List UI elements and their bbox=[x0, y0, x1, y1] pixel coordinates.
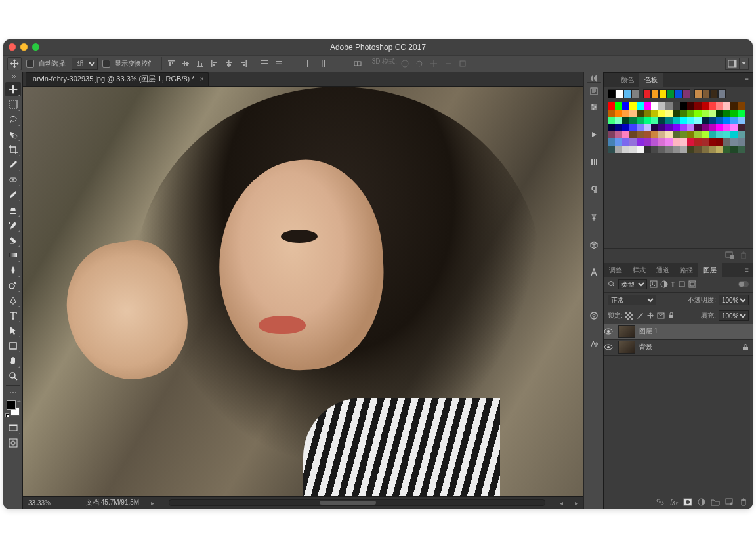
swatch[interactable] bbox=[673, 146, 680, 153]
swatch[interactable] bbox=[716, 146, 723, 153]
swatch[interactable] bbox=[637, 138, 644, 146]
swatch[interactable] bbox=[716, 131, 723, 138]
adjustment-layer-icon[interactable] bbox=[698, 498, 705, 506]
swatch[interactable] bbox=[608, 124, 615, 131]
slide-3d-icon[interactable] bbox=[442, 57, 455, 70]
properties-panel-icon[interactable] bbox=[587, 100, 601, 114]
swatch[interactable] bbox=[622, 124, 629, 131]
swatch[interactable] bbox=[615, 138, 622, 146]
swatch[interactable] bbox=[694, 110, 702, 117]
swatch[interactable] bbox=[730, 110, 738, 117]
swatch[interactable] bbox=[702, 146, 709, 153]
swatch[interactable] bbox=[644, 102, 651, 110]
swatch[interactable] bbox=[658, 138, 665, 146]
swatch[interactable] bbox=[716, 124, 723, 131]
document-tab[interactable]: arvin-febry-302935.jpg @ 33.3% (图层 1, RG… bbox=[26, 72, 209, 86]
collapse-right-icon[interactable] bbox=[10, 75, 16, 79]
tab-layers[interactable]: 图层 bbox=[698, 263, 722, 277]
blend-mode-dropdown[interactable]: 正常 bbox=[608, 295, 656, 305]
distribute-hcenter-icon[interactable] bbox=[316, 57, 329, 70]
layer-filter-kind[interactable]: 类型 bbox=[618, 279, 647, 289]
align-bottom-icon[interactable] bbox=[194, 57, 207, 70]
layer-thumbnail[interactable] bbox=[618, 325, 635, 338]
align-top-icon[interactable] bbox=[165, 57, 178, 70]
brush-tool[interactable] bbox=[5, 188, 21, 202]
swatch[interactable] bbox=[702, 102, 709, 110]
swatch[interactable] bbox=[694, 138, 702, 146]
swatch[interactable] bbox=[709, 117, 716, 124]
paragraph-panel-icon[interactable] bbox=[587, 182, 601, 197]
libraries-panel-icon[interactable] bbox=[587, 308, 601, 323]
canvas[interactable] bbox=[23, 87, 583, 496]
swatch[interactable] bbox=[680, 102, 687, 110]
new-swatch-icon[interactable] bbox=[725, 251, 734, 259]
swatch[interactable] bbox=[665, 110, 673, 117]
swatch[interactable] bbox=[682, 89, 690, 98]
show-transform-checkbox[interactable] bbox=[102, 60, 110, 68]
swatch[interactable] bbox=[608, 89, 616, 98]
distribute-right-icon[interactable] bbox=[330, 57, 343, 70]
foreground-color[interactable] bbox=[7, 400, 16, 410]
swatch[interactable] bbox=[680, 131, 687, 138]
swatch[interactable] bbox=[651, 110, 658, 117]
lock-pixel-icon[interactable] bbox=[636, 312, 644, 320]
swatch[interactable] bbox=[651, 124, 658, 131]
clone-stamp-tool[interactable] bbox=[5, 203, 21, 217]
swatch[interactable] bbox=[687, 117, 694, 124]
swatch[interactable] bbox=[673, 110, 680, 117]
swatch[interactable] bbox=[644, 110, 651, 117]
filter-shape-icon[interactable] bbox=[678, 280, 686, 288]
new-layer-icon[interactable] bbox=[725, 498, 734, 506]
dodge-tool[interactable] bbox=[5, 278, 21, 293]
lasso-tool[interactable] bbox=[5, 112, 21, 127]
crop-tool[interactable] bbox=[5, 142, 21, 157]
quick-mask-button[interactable] bbox=[5, 436, 21, 450]
align-hcenter-icon[interactable] bbox=[222, 57, 236, 70]
maximize-window-button[interactable] bbox=[32, 43, 39, 51]
eyedropper-tool[interactable] bbox=[5, 158, 21, 172]
horizontal-scrollbar[interactable] bbox=[169, 499, 545, 506]
swatch[interactable] bbox=[658, 117, 665, 124]
zoom-level[interactable]: 33.33% bbox=[28, 499, 74, 507]
swatch[interactable] bbox=[608, 131, 615, 138]
delete-layer-icon[interactable] bbox=[740, 498, 747, 506]
swatch[interactable] bbox=[629, 117, 637, 124]
swatch[interactable] bbox=[723, 131, 730, 138]
scrollbar-thumb[interactable] bbox=[320, 501, 376, 505]
panel-menu-icon[interactable]: ≡ bbox=[741, 73, 753, 87]
swatch[interactable] bbox=[629, 124, 637, 131]
type-tool[interactable] bbox=[5, 308, 21, 323]
swatch[interactable] bbox=[709, 110, 716, 117]
swatch[interactable] bbox=[622, 138, 629, 146]
swatch[interactable] bbox=[658, 131, 665, 138]
distribute-top-icon[interactable] bbox=[258, 57, 271, 70]
swatch[interactable] bbox=[608, 110, 615, 117]
layers-panel-menu-icon[interactable]: ≡ bbox=[741, 263, 753, 277]
swatch[interactable] bbox=[738, 117, 745, 124]
swatch[interactable] bbox=[723, 110, 730, 117]
swatch[interactable] bbox=[709, 102, 716, 110]
distribute-vcenter-icon[interactable] bbox=[272, 57, 285, 70]
swatch[interactable] bbox=[710, 89, 718, 98]
swatch[interactable] bbox=[623, 89, 631, 98]
healing-tool[interactable] bbox=[5, 173, 21, 187]
swatch[interactable] bbox=[615, 102, 622, 110]
expand-strip-icon[interactable] bbox=[587, 75, 601, 83]
filter-smart-icon[interactable] bbox=[688, 280, 696, 288]
lock-trans-icon[interactable] bbox=[625, 312, 633, 320]
swatch[interactable] bbox=[622, 102, 629, 110]
swatch[interactable] bbox=[718, 89, 726, 98]
swatch[interactable] bbox=[608, 146, 615, 153]
swatch[interactable] bbox=[716, 138, 723, 146]
swatch[interactable] bbox=[694, 131, 702, 138]
swatch[interactable] bbox=[651, 89, 659, 98]
swatch[interactable] bbox=[730, 131, 738, 138]
swatch[interactable] bbox=[709, 131, 716, 138]
swatch[interactable] bbox=[629, 138, 637, 146]
swatch[interactable] bbox=[665, 138, 673, 146]
swatch[interactable] bbox=[738, 124, 745, 131]
screen-mode-button[interactable] bbox=[5, 421, 21, 435]
swatch[interactable] bbox=[658, 124, 665, 131]
swatch[interactable] bbox=[631, 89, 639, 98]
swatch[interactable] bbox=[659, 89, 667, 98]
